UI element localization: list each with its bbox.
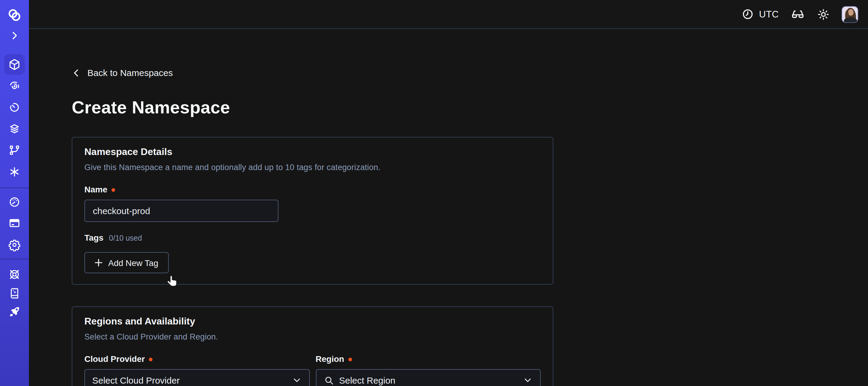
required-dot bbox=[112, 188, 115, 191]
cloud-provider-select[interactable]: Select Cloud Provider bbox=[84, 369, 310, 386]
rocket-icon bbox=[8, 305, 21, 319]
temporal-logo-icon bbox=[7, 7, 22, 23]
asterisk-icon bbox=[8, 165, 21, 178]
page-title: Create Namespace bbox=[72, 98, 230, 118]
sidebar-item-batch-operations[interactable] bbox=[4, 140, 25, 160]
layers-icon bbox=[8, 122, 21, 136]
namespace-name-input[interactable] bbox=[84, 200, 278, 222]
region-field: Region Select Region bbox=[315, 354, 541, 386]
data-encoder-button[interactable] bbox=[790, 7, 805, 22]
sidebar-item-deployments[interactable] bbox=[4, 119, 25, 139]
add-new-tag-button[interactable]: Add New Tag bbox=[84, 252, 169, 273]
chevron-down-icon bbox=[291, 375, 302, 385]
sidebar-item-namespaces[interactable] bbox=[4, 54, 25, 75]
sidebar-item-getting-started[interactable] bbox=[5, 303, 24, 321]
add-new-tag-label: Add New Tag bbox=[108, 258, 158, 267]
sidebar-item-nexus[interactable] bbox=[4, 161, 25, 182]
sidebar-divider bbox=[0, 187, 29, 188]
lifebuoy-icon bbox=[8, 268, 21, 281]
gauge-icon bbox=[8, 195, 21, 208]
temporal-logo[interactable] bbox=[5, 6, 24, 24]
card-title: Regions and Availability bbox=[84, 316, 541, 327]
card-title: Namespace Details bbox=[84, 147, 541, 157]
sidebar-item-docs[interactable] bbox=[5, 284, 24, 302]
search-icon bbox=[323, 375, 334, 386]
spiral-icon bbox=[8, 79, 21, 93]
cloud-provider-placeholder: Select Cloud Provider bbox=[92, 375, 287, 385]
timezone-selector[interactable]: UTC bbox=[741, 8, 779, 21]
card-description: Give this Namespace a name and optionall… bbox=[84, 163, 541, 172]
cube-icon bbox=[8, 58, 21, 71]
namespace-details-card: Namespace Details Give this Namespace a … bbox=[72, 137, 553, 285]
sidebar bbox=[0, 0, 29, 386]
chevron-left-icon bbox=[72, 68, 82, 78]
topbar: UTC bbox=[29, 0, 868, 29]
back-link-label: Back to Namespaces bbox=[87, 67, 173, 78]
sidebar-divider bbox=[0, 259, 29, 259]
region-fields: Cloud Provider Select Cloud Provider Reg… bbox=[84, 354, 541, 386]
regions-availability-card: Regions and Availability Select a Cloud … bbox=[72, 306, 553, 386]
theme-toggle-button[interactable] bbox=[817, 7, 830, 21]
cloud-provider-field: Cloud Provider Select Cloud Provider bbox=[84, 354, 310, 386]
gear-icon bbox=[8, 238, 21, 251]
sun-icon bbox=[817, 7, 830, 21]
sidebar-item-schedules[interactable] bbox=[4, 97, 25, 118]
region-placeholder: Select Region bbox=[339, 375, 518, 385]
app-root: UTC bbox=[0, 0, 868, 386]
required-dot bbox=[348, 357, 352, 361]
back-to-namespaces-link[interactable]: Back to Namespaces bbox=[72, 67, 173, 78]
branch-icon bbox=[8, 144, 21, 157]
clock-icon bbox=[741, 8, 754, 21]
tags-label: Tags bbox=[84, 233, 103, 242]
book-sparkle-icon bbox=[8, 287, 21, 300]
credit-card-icon bbox=[8, 216, 21, 230]
sidebar-expand-button[interactable] bbox=[7, 28, 22, 43]
sidebar-item-usage[interactable] bbox=[4, 191, 25, 212]
chevron-right-icon bbox=[9, 30, 20, 41]
sidebar-item-billing[interactable] bbox=[4, 213, 25, 233]
user-avatar[interactable] bbox=[841, 6, 858, 23]
card-description: Select a Cloud Provider and Region. bbox=[84, 332, 541, 342]
name-field-label: Name bbox=[84, 184, 541, 194]
sidebar-item-support[interactable] bbox=[5, 265, 24, 284]
region-select[interactable]: Select Region bbox=[315, 369, 541, 386]
cloud-provider-label: Cloud Provider bbox=[84, 354, 310, 364]
tags-used-counter: 0/10 used bbox=[109, 234, 142, 242]
main-content: Back to Namespaces Create Namespace Name… bbox=[29, 30, 868, 386]
plus-icon bbox=[95, 259, 103, 267]
timer-icon bbox=[8, 101, 21, 114]
tags-label-row: Tags 0/10 used bbox=[84, 233, 541, 242]
chevron-down-icon bbox=[523, 375, 533, 385]
region-label: Region bbox=[315, 354, 541, 364]
glasses-icon bbox=[790, 7, 805, 22]
sidebar-item-workflows[interactable] bbox=[4, 76, 25, 96]
sidebar-item-settings[interactable] bbox=[4, 234, 25, 255]
required-dot bbox=[149, 357, 153, 361]
timezone-label: UTC bbox=[759, 9, 779, 20]
